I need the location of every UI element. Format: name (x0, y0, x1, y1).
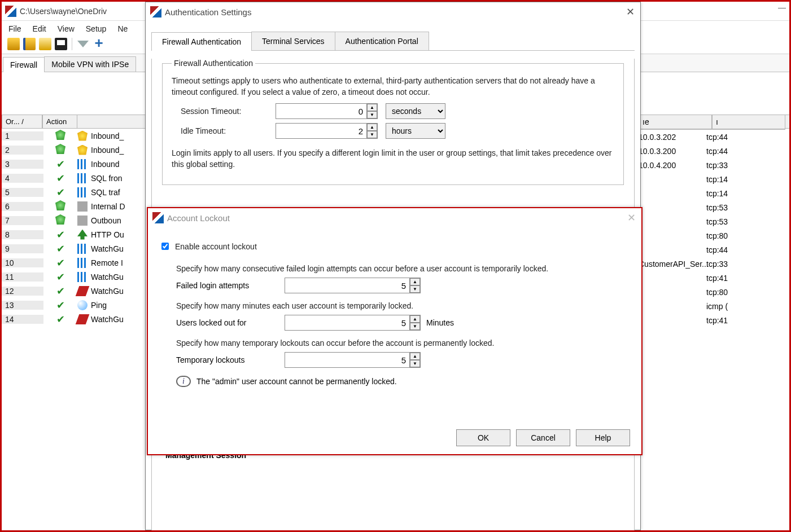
toolbar-open1-icon[interactable] (7, 38, 20, 50)
col-order[interactable]: Or... / (2, 115, 42, 129)
row-number: 14 (2, 315, 43, 324)
failed-attempts-input[interactable] (285, 278, 409, 293)
close-icon[interactable]: ✕ (627, 212, 636, 224)
tab-terminal-services[interactable]: Terminal Services (251, 32, 335, 50)
toolbar-add-icon[interactable]: + (93, 38, 105, 50)
idle-unit-select[interactable]: hours (386, 123, 445, 139)
table-row[interactable]: tcp:14 (639, 172, 785, 186)
row-number: 3 (2, 160, 43, 169)
shield-icon (77, 145, 88, 155)
close-icon[interactable]: ✕ (626, 6, 635, 18)
menu-edit[interactable]: Edit (33, 24, 46, 33)
col-ip[interactable]: ıe (639, 115, 712, 129)
dots-icon (77, 159, 88, 169)
row-action (43, 130, 77, 142)
col-action[interactable]: Action (42, 115, 77, 129)
row-name: Outboun (77, 216, 139, 226)
table-row[interactable]: CustomerAPI_Ser...tcp:33 (639, 257, 785, 271)
table-row[interactable]: tcp:41 (639, 313, 785, 327)
row-action: ✔ (43, 258, 77, 268)
locked-duration-spinner[interactable]: ▲ ▼ (285, 315, 421, 331)
chevron-up-icon[interactable]: ▲ (410, 278, 420, 285)
row-name: SQL traf (77, 187, 139, 197)
table-row[interactable]: tcp:41 (639, 271, 785, 285)
row-action: ✔ (43, 244, 77, 254)
check-icon: ✔ (56, 173, 65, 184)
chevron-up-icon[interactable]: ▲ (367, 124, 377, 131)
check-icon: ✔ (56, 159, 65, 170)
tree-icon (77, 230, 88, 240)
row-action: ✔ (43, 286, 77, 296)
session-timeout-input[interactable] (276, 104, 366, 118)
dots-icon (77, 173, 88, 183)
row-name: WatchGu (77, 286, 139, 296)
cancel-button[interactable]: Cancel (516, 429, 570, 446)
row-number: 8 (2, 230, 43, 239)
help-button[interactable]: Help (576, 429, 630, 446)
row-action: ✔ (43, 300, 77, 310)
idle-timeout-spinner[interactable]: ▲ ▼ (276, 123, 378, 139)
temp-lockouts-input[interactable] (285, 353, 409, 367)
failed-attempts-label: Failed login attempts (176, 281, 285, 290)
row-action: ✔ (43, 314, 77, 324)
toolbar-filter-icon[interactable] (77, 41, 89, 47)
locked-duration-input[interactable] (285, 315, 409, 330)
chevron-up-icon[interactable]: ▲ (410, 315, 420, 323)
table-row[interactable]: tcp:53 (639, 214, 785, 228)
failed-attempts-spinner[interactable]: ▲ ▼ (285, 278, 421, 293)
tab-firewall[interactable]: Firewall (3, 57, 45, 72)
row-action (43, 144, 77, 156)
row-action (43, 214, 77, 226)
row-port: tcp:80 (706, 288, 740, 297)
check-icon: ✔ (56, 229, 65, 240)
menu-ne[interactable]: Ne (117, 24, 128, 33)
tab-mobile-vpn[interactable]: Mobile VPN with IPSe (44, 56, 136, 72)
row-name: Ping (77, 300, 139, 310)
toolbar-folder-icon[interactable] (39, 38, 51, 50)
row-action (43, 200, 77, 212)
table-row[interactable]: 10.0.3.200tcp:44 (639, 144, 785, 158)
idle-timeout-input[interactable] (276, 124, 366, 138)
row-port: tcp:53 (706, 217, 740, 226)
group-legend: Firewall Authentication (172, 59, 255, 68)
tab-auth-portal[interactable]: Authentication Portal (335, 32, 429, 50)
row-number: 11 (2, 272, 43, 282)
table-row[interactable]: tcp:80 (639, 285, 785, 299)
temp-lockouts-spinner[interactable]: ▲ ▼ (285, 352, 421, 368)
table-row[interactable]: 10.0.4.200tcp:33 (639, 158, 785, 172)
menu-view[interactable]: View (58, 24, 75, 33)
table-row[interactable]: icmp ( (639, 299, 785, 313)
row-ip: 10.0.3.202 (639, 133, 706, 142)
menu-file[interactable]: File (8, 24, 21, 33)
toolbar-save-icon[interactable] (55, 38, 67, 50)
table-row[interactable]: tcp:14 (639, 186, 785, 200)
table-row[interactable]: 10.0.3.202tcp:44 (639, 130, 785, 144)
minimize-icon[interactable]: — (778, 3, 786, 12)
table-row[interactable]: tcp:80 (639, 228, 785, 243)
login-limits-desc: Login limits apply to all users. If you … (172, 148, 614, 170)
toolbar-open2-icon[interactable] (23, 38, 36, 50)
chevron-up-icon[interactable]: ▲ (367, 104, 377, 111)
chevron-down-icon[interactable]: ▼ (367, 131, 377, 138)
chevron-down-icon[interactable]: ▼ (410, 285, 420, 293)
dots-icon (77, 258, 88, 268)
right-columns: ıe ı 10.0.3.202tcp:4410.0.3.200tcp:4410.… (639, 115, 785, 327)
chevron-down-icon[interactable]: ▼ (410, 323, 420, 330)
table-row[interactable]: tcp:53 (639, 200, 785, 214)
tab-firewall-auth[interactable]: Firewall Authentication (151, 32, 252, 51)
chevron-down-icon[interactable]: ▼ (367, 111, 377, 118)
menu-setup[interactable]: Setup (86, 24, 107, 33)
col-port[interactable]: ı (712, 115, 785, 129)
row-port: tcp:53 (706, 203, 740, 212)
chevron-down-icon[interactable]: ▼ (410, 360, 420, 367)
row-action: ✔ (43, 159, 77, 169)
session-timeout-spinner[interactable]: ▲ ▼ (276, 103, 378, 119)
row-port: tcp:33 (706, 161, 740, 170)
chevron-up-icon[interactable]: ▲ (410, 353, 420, 360)
enable-lockout-checkbox[interactable] (161, 243, 169, 250)
ok-button[interactable]: OK (456, 429, 510, 446)
session-unit-select[interactable]: seconds (386, 103, 445, 119)
row-name: Internal D (77, 201, 139, 212)
table-row[interactable]: tcp:44 (639, 243, 785, 257)
shield-icon (55, 130, 65, 140)
